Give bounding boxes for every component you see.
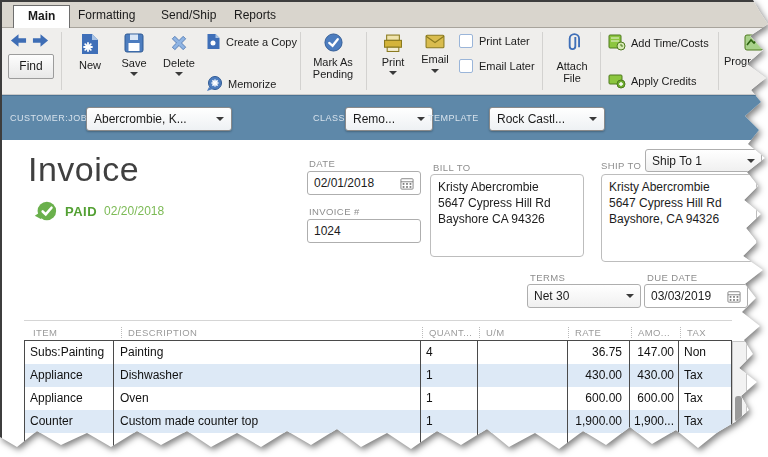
column-header-description: DESCRIPTION xyxy=(121,327,197,338)
cell-description[interactable]: Oven xyxy=(120,387,415,410)
chevron-down-icon xyxy=(417,117,425,121)
cell-description[interactable]: Custom made counter top xyxy=(120,410,415,433)
save-dropdown-caret[interactable] xyxy=(130,72,138,76)
apply-credits-button[interactable]: Apply Credits xyxy=(608,73,696,89)
cell-amount[interactable]: 147.00 xyxy=(632,341,674,364)
nav-arrows xyxy=(10,33,49,48)
ribbon-tab-bar: Main Formatting Send/Ship Reports xyxy=(2,2,768,28)
apply-credits-icon xyxy=(608,73,626,89)
cell-tax[interactable]: Tax xyxy=(684,410,728,433)
cell-tax[interactable]: Tax xyxy=(684,364,728,387)
terms-select[interactable]: Net 30 xyxy=(527,284,641,308)
cell-amount[interactable]: 430.00 xyxy=(632,364,674,387)
paid-label: PAID xyxy=(65,204,97,219)
ship-to-box[interactable]: Kristy Abercrombie 5647 Cypress Hill Rd … xyxy=(601,174,757,262)
email-button[interactable]: Email xyxy=(415,34,455,73)
paid-stamp: PAID 02/20/2018 xyxy=(32,199,164,223)
tab-main[interactable]: Main xyxy=(13,5,70,28)
cell-rate[interactable]: 36.75 xyxy=(570,341,622,364)
cell-tax[interactable]: Tax xyxy=(684,387,728,410)
cell-item[interactable]: Appliance xyxy=(30,364,110,387)
checkbox-icon xyxy=(459,59,473,73)
cell-rate[interactable]: 1,900.00 xyxy=(570,410,622,433)
scrollbar-thumb[interactable] xyxy=(735,396,742,422)
toolbar-separator xyxy=(718,32,719,90)
class-select[interactable]: Remo... xyxy=(345,107,433,131)
new-button[interactable]: New xyxy=(70,33,110,71)
bill-to-label: BILL TO xyxy=(433,162,470,173)
cell-rate[interactable]: 430.00 xyxy=(570,364,622,387)
column-header-um: U/M xyxy=(479,327,505,338)
save-floppy-icon xyxy=(124,33,144,53)
chevron-down-icon xyxy=(589,117,597,121)
template-select[interactable]: Rock Castl... xyxy=(489,107,605,131)
invoice-number-field[interactable]: 1024 xyxy=(307,219,421,243)
ship-to-label: SHIP TO xyxy=(601,160,641,171)
email-dropdown-caret[interactable] xyxy=(431,69,439,73)
back-arrow-icon[interactable] xyxy=(10,33,27,48)
class-label: CLASS xyxy=(313,113,345,123)
toolbar-separator xyxy=(300,32,301,90)
column-divider xyxy=(420,341,421,451)
cell-item[interactable]: Subs:Painting xyxy=(30,341,110,364)
cell-quantity[interactable]: 4 xyxy=(426,341,474,364)
add-time-costs-button[interactable]: Add Time/Costs xyxy=(608,34,709,51)
cell-amount[interactable]: 600.00 xyxy=(632,387,674,410)
email-later-checkbox[interactable]: Email Later xyxy=(459,59,535,73)
create-copy-button[interactable]: Create a Copy xyxy=(206,33,297,50)
column-divider xyxy=(477,341,478,451)
column-divider xyxy=(629,341,630,451)
cell-amount[interactable]: 1,900... xyxy=(632,410,674,433)
cell-rate[interactable]: 600.00 xyxy=(570,387,622,410)
attach-file-button[interactable]: AttachFile xyxy=(550,32,594,84)
tab-send-ship[interactable]: Send/Ship xyxy=(147,5,230,26)
paid-date: 02/20/2018 xyxy=(104,204,164,218)
cell-quantity[interactable]: 1 xyxy=(426,410,474,433)
email-envelope-icon xyxy=(425,34,445,49)
forward-arrow-icon[interactable] xyxy=(32,33,49,48)
print-later-checkbox[interactable]: Print Later xyxy=(459,34,530,48)
printer-icon xyxy=(383,34,403,52)
column-divider xyxy=(113,341,114,451)
print-button[interactable]: Print xyxy=(374,34,412,75)
tab-reports[interactable]: Reports xyxy=(220,5,290,26)
ribbon-toolbar: Find New Save Delete Create a Copy Memor… xyxy=(2,28,768,95)
date-field[interactable]: 02/01/2018 xyxy=(307,171,421,195)
customer-job-label: CUSTOMER:JOB xyxy=(10,113,87,123)
calendar-icon[interactable] xyxy=(727,290,741,303)
column-header-quantity: QUANT... xyxy=(422,327,472,338)
customer-job-select[interactable]: Abercrombie, K... xyxy=(86,107,232,131)
find-button[interactable]: Find xyxy=(8,54,54,79)
column-header-tax: TAX xyxy=(680,327,706,338)
ship-to-select[interactable]: Ship To 1 xyxy=(645,149,762,172)
memorize-button[interactable]: Memorize xyxy=(206,76,276,92)
cell-quantity[interactable]: 1 xyxy=(426,387,474,410)
delete-dropdown-caret[interactable] xyxy=(175,72,183,76)
new-document-icon xyxy=(80,33,100,55)
cell-item[interactable]: Counter xyxy=(30,410,110,433)
paperclip-icon xyxy=(565,32,580,56)
tab-formatting[interactable]: Formatting xyxy=(64,5,149,26)
table-scrollbar[interactable] xyxy=(732,341,747,443)
checkbox-icon xyxy=(459,34,473,48)
cell-quantity[interactable]: 1 xyxy=(426,364,474,387)
form-header-bar: CUSTOMER:JOB Abercrombie, K... CLASS Rem… xyxy=(2,95,768,140)
bill-to-box[interactable]: Kristy Abercrombie 5647 Cypress Hill Rd … xyxy=(430,174,584,257)
cell-tax[interactable]: Non xyxy=(684,341,728,364)
calendar-icon[interactable] xyxy=(400,177,414,190)
pending-check-icon xyxy=(324,33,343,52)
delete-button[interactable]: Delete xyxy=(157,33,201,76)
page-title: Invoice xyxy=(28,150,139,189)
cell-description[interactable]: Dishwasher xyxy=(120,364,415,387)
cell-description[interactable]: Painting xyxy=(120,341,415,364)
column-header-item: ITEM xyxy=(33,327,57,338)
cell-item[interactable]: Appliance xyxy=(30,387,110,410)
due-date-field[interactable]: 03/03/2019 xyxy=(644,284,748,308)
print-dropdown-caret[interactable] xyxy=(389,71,397,75)
due-date-label: DUE DATE xyxy=(647,272,698,283)
table-top-divider xyxy=(24,320,732,321)
copy-document-icon xyxy=(206,33,221,50)
save-button[interactable]: Save xyxy=(114,33,154,76)
progress-button[interactable]: Progress xyxy=(724,34,768,67)
mark-as-pending-button[interactable]: Mark AsPending xyxy=(302,33,364,80)
